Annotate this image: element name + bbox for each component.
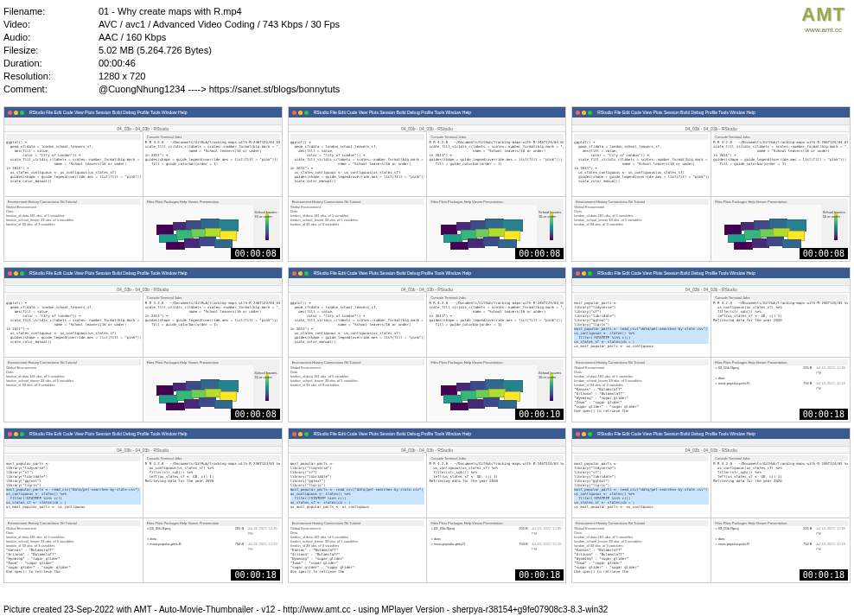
close-icon xyxy=(576,271,580,276)
rstudio-toolbar xyxy=(289,117,566,125)
info-value: @CuongNhung1234 ----> https://sanet.st/b… xyxy=(99,83,340,96)
source-pane-tabs xyxy=(574,295,709,301)
close-icon xyxy=(292,271,296,276)
legend-title: School leavers16 or under xyxy=(539,371,561,379)
info-label: Filename: xyxy=(3,5,99,18)
video-thumbnail[interactable]: RStudio File Edit Code View Plots Sessio… xyxy=(571,267,851,422)
menubar-text: RStudio File Edit Code View Plots Sessio… xyxy=(314,431,471,436)
source-pane: ggplot() + geom_sf(data = london_school_… xyxy=(572,132,711,196)
json-line: Use spec() to retrieve the xyxy=(574,569,709,574)
env-pane-tabs: Environment History Connections Git Tuto… xyxy=(290,359,425,365)
env-pane: Environment History Connections Git Tuto… xyxy=(289,358,427,422)
info-label: Audio: xyxy=(3,31,99,44)
info-label: Duration: xyxy=(3,57,99,70)
rstudio-titlebar: 04_03b - 04_03b - RStudio xyxy=(572,447,850,454)
info-value: 01 - Why create maps with R.mp4 xyxy=(99,5,242,18)
file-row: ○ most-popular-pets.R794 BJul 13, 2022, … xyxy=(713,542,848,552)
rstudio-titlebar: 04_03b - 04_03b - RStudio xyxy=(572,125,850,132)
minimize-icon xyxy=(582,271,586,276)
env-line: london_sf 33 obs. of 3 variables xyxy=(6,222,141,226)
plot-pane-tabs: Files Plots Packages Help Viewer Present… xyxy=(145,359,280,365)
source-pane-tabs xyxy=(6,455,141,461)
console-line: name = "School leavers(16 or under) in 2… xyxy=(429,149,564,157)
minimize-icon xyxy=(14,111,18,115)
console-line: Retrieving data for the year 2020 xyxy=(713,318,848,322)
legend-title: School leavers16 or under xyxy=(254,210,277,219)
json-line: Use spec() to retrieve the xyxy=(290,569,425,574)
timestamp-badge: 00:00:08 xyxy=(231,409,279,420)
rstudio-menubar: RStudio File Edit Code View Plots Sessio… xyxy=(289,107,566,117)
code-line: scale_color_manual() xyxy=(574,179,709,183)
env-pane-tabs: Environment History Connections Git Tuto… xyxy=(574,359,709,365)
close-icon xyxy=(576,111,580,115)
video-thumbnail[interactable]: RStudio File Edit Code View Plots Sessio… xyxy=(571,428,851,583)
amt-logo: AMT www.amt.cc xyxy=(801,3,845,34)
console-line: fill = guide_colorbar(order = 1) xyxy=(429,162,564,166)
env-pane: Environment History Connections Git Tuto… xyxy=(4,197,143,261)
source-pane-tabs xyxy=(6,134,141,140)
video-thumbnail[interactable]: RStudio File Edit Code View Plots Sessio… xyxy=(288,267,567,422)
console-pane: Console Terminal JobsR R 4.2.0 - ~/Docum… xyxy=(711,454,850,518)
menubar-text: RStudio File Edit Code View Plots Sessio… xyxy=(597,431,755,436)
console-line: Retrieving data for the year 2020 xyxy=(429,479,564,483)
console-line: fill = guide_colorbar(order = 1) xyxy=(145,162,280,166)
timestamp-badge: 00:00:08 xyxy=(231,248,279,259)
json-line: Use spec() to retrieve the xyxy=(6,569,141,574)
console-pane-tabs: Console Terminal Jobs xyxy=(713,455,848,461)
console-line: fill = guide_colorbar(order = 1) xyxy=(429,322,564,327)
menubar-text: RStudio File Edit Code View Plots Sessio… xyxy=(29,270,187,276)
info-value: 5.02 MB (5.264.726 Bytes) xyxy=(99,44,212,57)
legend-title: School leavers16 or under xyxy=(254,371,277,379)
video-thumbnail[interactable]: RStudio File Edit Code View Plots Sessio… xyxy=(3,106,283,262)
plot-pane-tabs: Files Plots Packages Help Viewer Present… xyxy=(429,199,564,205)
env-line: london_sf 33 obs. of 3 variables xyxy=(6,383,141,387)
info-label: Comment: xyxy=(3,83,99,96)
rstudio-titlebar: 04_03b - 04_03b - RStudio xyxy=(289,286,566,293)
legend-title: School leavers16 or under xyxy=(823,210,845,219)
maximize-icon xyxy=(20,111,24,115)
maximize-icon xyxy=(588,432,592,436)
source-pane-tabs xyxy=(6,295,141,301)
info-value: 00:00:46 xyxy=(99,57,136,70)
console-pane: Console Terminal JobsR R 4.2.0 - ~/Docum… xyxy=(711,293,850,357)
console-pane-tabs: Console Terminal Jobs xyxy=(713,295,848,301)
env-pane: Environment History Connections Git Tuto… xyxy=(289,518,427,582)
env-pane: Environment History Connections Git Tuto… xyxy=(289,197,427,261)
console-pane: Console Terminal JobsR R 4.2.0 - ~/Docum… xyxy=(427,132,565,196)
console-line: fill = guide_colorbar(order = 1) xyxy=(713,162,848,166)
video-thumbnail[interactable]: RStudio File Edit Code View Plots Sessio… xyxy=(288,428,567,583)
source-pane-tabs xyxy=(574,455,709,461)
minimize-icon xyxy=(582,111,586,115)
maximize-icon xyxy=(20,271,24,276)
minimize-icon xyxy=(14,432,18,436)
minimize-icon xyxy=(298,271,303,276)
video-thumbnail[interactable]: RStudio File Edit Code View Plots Sessio… xyxy=(3,428,283,583)
file-row: ○ 03_05b.Rproj205 BJul 13, 2022, 12:39 P… xyxy=(713,365,848,376)
maximize-icon xyxy=(304,271,309,276)
menubar-text: RStudio File Edit Code View Plots Sessio… xyxy=(314,270,471,276)
maximize-icon xyxy=(588,111,592,115)
maximize-icon xyxy=(20,432,24,436)
footer-text: Picture created 23-Sep-2022 with AMT - A… xyxy=(3,605,608,614)
video-thumbnail[interactable]: RStudio File Edit Code View Plots Sessio… xyxy=(571,106,851,262)
maximize-icon xyxy=(588,271,592,276)
env-line: london_sf 33 obs. of 3 variables xyxy=(290,222,425,226)
info-row: Audio:AAC / 160 Kbps xyxy=(3,31,851,44)
timestamp-badge: 00:00:18 xyxy=(515,569,564,581)
console-line: Retrieving data for the year 2020 xyxy=(713,479,848,483)
video-thumbnail[interactable]: RStudio File Edit Code View Plots Sessio… xyxy=(288,106,567,262)
rstudio-menubar: RStudio File Edit Code View Plots Sessio… xyxy=(289,429,566,439)
minimize-icon xyxy=(582,432,586,436)
rstudio-toolbar xyxy=(4,278,282,286)
menubar-text: RStudio File Edit Code View Plots Sessio… xyxy=(29,431,187,436)
close-icon xyxy=(292,111,296,115)
console-pane: Console Terminal JobsR R 4.2.0 - ~/Docum… xyxy=(427,293,565,357)
env-pane-tabs: Environment History Connections Git Tuto… xyxy=(574,199,709,205)
video-thumbnail[interactable]: RStudio File Edit Code View Plots Sessio… xyxy=(3,267,283,422)
env-pane: Environment History Connections Git Tuto… xyxy=(4,518,143,582)
console-pane-tabs: Console Terminal Jobs xyxy=(145,134,280,140)
source-pane: ggplot() + geom_sf(data = london_school_… xyxy=(289,132,427,196)
rstudio-toolbar xyxy=(4,117,282,125)
menubar-text: RStudio File Edit Code View Plots Sessio… xyxy=(314,110,471,115)
info-value: 1280 x 720 xyxy=(99,70,145,83)
